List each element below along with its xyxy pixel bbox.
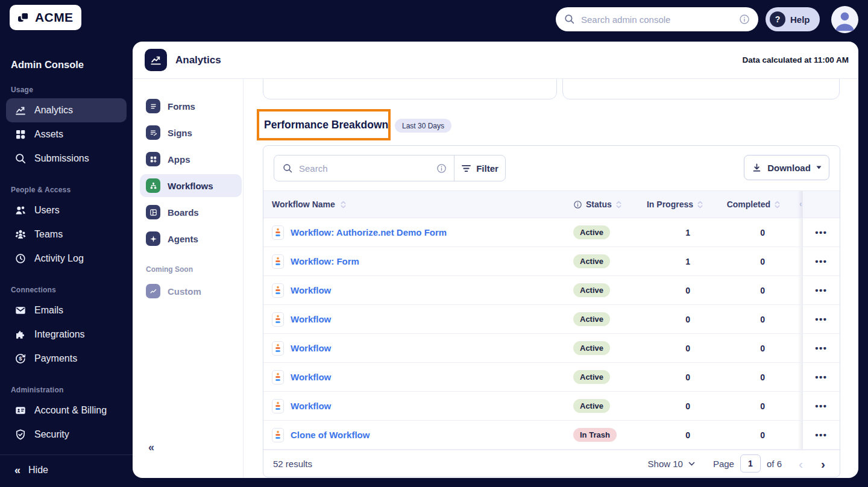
workflow-icon	[272, 341, 284, 356]
nav-collapse-button[interactable]: «	[148, 442, 154, 453]
caret-down-icon	[816, 166, 822, 169]
nav-item-custom[interactable]: Custom	[140, 280, 242, 303]
sidebar-item-submissions[interactable]: Submissions	[6, 146, 127, 171]
workflow-name-link[interactable]: Clone of Workflow	[291, 430, 370, 440]
table-search-input[interactable]	[299, 163, 430, 174]
status-badge: Active	[573, 225, 610, 239]
completed-value: 0	[709, 344, 787, 353]
completed-value: 0	[709, 372, 787, 382]
puzzle-icon	[14, 328, 27, 341]
data-calculated-note: Data calculated at 11:00 AM	[742, 55, 849, 64]
search-icon	[283, 163, 293, 174]
avatar[interactable]	[831, 6, 858, 33]
in-progress-value: 0	[634, 430, 709, 440]
workflow-icon	[272, 428, 284, 442]
table-row: Workflow: Form Active 1 0 •••	[263, 247, 840, 276]
sidebar-item-analytics[interactable]: Analytics	[6, 98, 127, 122]
column-header-completed[interactable]: Completed	[709, 200, 787, 209]
completed-value: 0	[709, 430, 787, 440]
column-header-in-progress[interactable]: In Progress	[634, 200, 709, 209]
sort-icon	[615, 200, 622, 209]
workflow-name-cell: Workflow	[263, 341, 565, 356]
performance-table: Filter Download Workflow Name	[263, 145, 840, 477]
nav-item-forms[interactable]: Forms	[140, 95, 242, 118]
collapse-icon: «	[14, 465, 20, 476]
workflow-name-link[interactable]: Workflow	[291, 372, 331, 382]
id-card-icon	[14, 404, 27, 416]
sidebar-item-payments[interactable]: $ Payments	[6, 347, 127, 371]
analytics-app-icon	[145, 49, 167, 71]
logo[interactable]: ACME	[10, 5, 81, 30]
workflow-name-link[interactable]: Workflow	[291, 401, 331, 411]
page-label: Page	[713, 459, 734, 469]
nav-item-apps[interactable]: Apps	[140, 148, 242, 171]
sidebar-item-account-billing[interactable]: Account & Billing	[6, 398, 127, 423]
row-actions-button[interactable]: •••	[815, 401, 827, 411]
results-count: 52 results	[273, 459, 312, 469]
global-search-input[interactable]	[581, 14, 733, 25]
section-label-people: People & Access	[11, 186, 133, 194]
in-progress-value: 1	[634, 257, 709, 266]
workflow-name-link[interactable]: Workflow	[291, 343, 331, 353]
table-row: Workflow Active 0 0 •••	[263, 363, 840, 392]
workflow-name-cell: Workflow	[263, 283, 565, 298]
workflow-name-link[interactable]: Workflow	[291, 314, 331, 324]
section-label-administration: Administration	[11, 386, 133, 394]
page-size-select[interactable]: Show 10	[648, 459, 695, 469]
sidebar-hide-button[interactable]: « Hide	[0, 458, 133, 482]
info-icon[interactable]	[739, 14, 750, 25]
sidebar-item-assets[interactable]: Assets	[6, 122, 127, 146]
row-actions-button[interactable]: •••	[815, 430, 827, 440]
completed-value: 0	[709, 401, 787, 411]
workflow-icon	[272, 399, 284, 413]
info-icon[interactable]	[436, 163, 447, 174]
in-progress-value: 0	[634, 372, 709, 382]
in-progress-value: 0	[634, 315, 709, 324]
product-nav: Forms Signs Apps	[133, 79, 244, 478]
row-actions-button[interactable]: •••	[815, 256, 827, 266]
column-header-workflow-name[interactable]: Workflow Name	[263, 200, 565, 209]
sidebar-item-emails[interactable]: Emails	[6, 298, 127, 322]
column-header-status[interactable]: Status	[565, 200, 634, 209]
workflow-name-cell: Workflow: Authorize.net Demo Form	[263, 225, 565, 240]
row-actions-button[interactable]: •••	[815, 227, 827, 237]
sort-icon	[697, 200, 703, 209]
nav-item-workflows[interactable]: Workflows	[140, 174, 242, 197]
sidebar-item-activity-log[interactable]: Activity Log	[6, 247, 127, 271]
sidebar-item-security[interactable]: Security	[6, 423, 127, 447]
workflow-name-link[interactable]: Workflow: Authorize.net Demo Form	[291, 227, 447, 237]
sidebar-item-users[interactable]: Users	[6, 198, 127, 222]
help-button[interactable]: ? Help	[766, 7, 820, 31]
global-search[interactable]	[556, 7, 758, 31]
chevron-down-icon	[688, 462, 695, 466]
actions-cell: •••	[802, 218, 840, 247]
page-number-input[interactable]	[740, 454, 761, 473]
actions-cell: •••	[802, 363, 840, 391]
nav-item-agents[interactable]: Agents	[140, 227, 242, 250]
forms-icon	[146, 99, 160, 113]
workflow-name-cell: Workflow	[263, 312, 565, 327]
previous-page-button[interactable]: ‹	[799, 457, 803, 470]
row-actions-button[interactable]: •••	[815, 314, 827, 324]
row-actions-button[interactable]: •••	[815, 285, 827, 295]
sidebar: Admin Console Usage Analytics Assets Sub…	[0, 42, 133, 487]
question-icon: ?	[770, 11, 785, 27]
sidebar-item-integrations[interactable]: Integrations	[6, 322, 127, 347]
next-page-button[interactable]: ›	[821, 457, 825, 470]
sidebar-item-teams[interactable]: Teams	[6, 222, 127, 247]
table-row: Workflow Active 0 0 •••	[263, 305, 840, 334]
row-actions-button[interactable]: •••	[815, 343, 827, 353]
sidebar-title: Admin Console	[11, 59, 133, 71]
logo-text: ACME	[35, 10, 73, 25]
table-search[interactable]	[274, 156, 454, 181]
nav-item-signs[interactable]: Signs	[140, 121, 242, 144]
apps-icon	[146, 152, 160, 166]
boards-icon	[146, 205, 160, 219]
download-button[interactable]: Download	[744, 155, 829, 180]
row-actions-button[interactable]: •••	[815, 372, 827, 382]
workflow-name-link[interactable]: Workflow	[291, 285, 331, 295]
table-row: Workflow Active 0 0 •••	[263, 392, 840, 421]
workflow-name-link[interactable]: Workflow: Form	[291, 256, 359, 266]
filter-button[interactable]: Filter	[454, 156, 505, 181]
nav-item-boards[interactable]: Boards	[140, 201, 242, 224]
